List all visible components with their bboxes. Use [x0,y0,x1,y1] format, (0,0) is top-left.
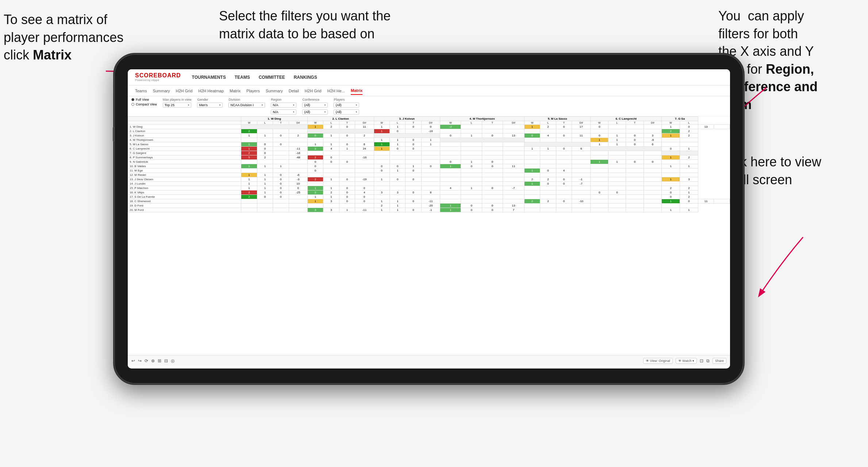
filter-compactview-label: Compact View [136,103,157,106]
subnav-summary2[interactable]: Summary [266,87,283,94]
arrow-bottomright-to-fullscreen [737,234,810,306]
row-name-mege: 11. M Ege [128,169,241,173]
table-row: 3. J Koivun 1102 0102 01013 04011 0103 1… [128,134,730,138]
col-header-mlasasso: 5. M La Sasso [524,117,591,121]
subnav-matrix-active[interactable]: Matrix [351,87,362,95]
table-row: 10. B Valdes 111 0 0010 10011 11 [128,164,730,169]
subnav-players[interactable]: Players [246,87,260,94]
row-name-gsargent: 7. G Sargent [128,151,241,155]
filter-maxplayers-select[interactable]: Top 25 [163,103,192,108]
app-header: SCOREBOARD Powered by clippd TOURNAMENTS… [128,69,730,85]
main-nav: TOURNAMENTS TEAMS COMMITTEE RANKINGS [192,73,317,81]
filter-fullview[interactable]: Full View [131,98,157,101]
cell-diag3 [374,134,440,138]
annotation-topleft-text: To see a matrix of player performances c… [4,12,123,62]
sh-l2: L [323,121,339,125]
filter-compactview[interactable]: Compact View [131,103,157,106]
filter-conference-group: Conference (All) (All) [302,98,328,115]
filter-maxplayers-group: Max players in view Top 25 [163,98,192,108]
radio-compactview-dot [131,103,134,106]
table-row: 11. M Ege 0 010 104 [128,169,730,173]
subheader-name [128,121,241,125]
nav-committee[interactable]: COMMITTEE [259,73,285,81]
col-header-gsa: 7. G Sa [662,117,698,121]
row-name-csherwood: 18. C Sherwood [128,199,241,204]
row-name-dford: 19. D Ford [128,204,241,208]
toolbar-watch[interactable]: 👁 Watch ▾ [676,358,697,364]
col-header-jkoivun: 3. J Koivun [374,117,440,121]
toolbar-collapse[interactable]: ⊟ [164,358,168,363]
filter-players-select2[interactable]: (All) [334,109,359,115]
filter-region-select2[interactable]: N/A [271,109,296,115]
nav-rankings[interactable]: RANKINGS [294,73,317,81]
sub-nav: Teams Summary H2H Grid H2H Heatmap Matri… [128,85,730,96]
toolbar-view-original[interactable]: 👁 View: Original [643,358,673,364]
sh-d4: Dif [503,121,525,125]
row-name-psummerhays: 8. P Summerhays [128,155,241,160]
table-row: 1. W Ding 12011 1100 -2 12017 0 1013 [128,125,730,129]
toolbar-add[interactable]: ⊕ [151,358,155,363]
row-name-jskov: 13. J Skov Olesen [128,177,241,182]
sh-t2: T [339,121,355,125]
tablet-screen: SCOREBOARD Powered by clippd TOURNAMENTS… [128,69,730,368]
subnav-h2h-he[interactable]: H2H He... [327,87,345,94]
toolbar-undo[interactable]: ↩ [131,358,135,363]
toolbar-screen1[interactable]: ⊡ [700,358,703,363]
sh-w1: W [241,121,257,125]
table-row: 9. N Gabrelcik 000 010 1100 [128,160,730,164]
subnav-matrix[interactable]: Matrix [230,87,241,94]
subnav-summary[interactable]: Summary [153,87,170,94]
table-row: 8. P Summerhays 52-48 20-16 12 [128,155,730,160]
table-row: 19. D Ford 21-20 10013 [128,204,730,208]
subnav-h2h-heatmap[interactable]: H2H Heatmap [198,87,224,94]
filter-view: Full View Compact View [131,98,157,106]
filter-gender-select[interactable]: Men's [197,103,223,108]
row-name-mthorb: 4. M Thorbjornsen [128,138,241,142]
toolbar-redo[interactable]: ↪ [138,358,142,363]
toolbar-target[interactable]: ◎ [171,358,174,363]
nav-tournaments[interactable]: TOURNAMENTS [192,73,226,81]
table-row: 2. L Clanton 2 10-16 22 [128,129,730,134]
annotation-topmid: Select the filters you want the matrix d… [219,7,409,43]
matrix-container: 1. W Ding 2. L Clanton 3. J Koivun 4. M … [128,116,730,355]
subnav-h2h-grid2[interactable]: H2H Grid [305,87,322,94]
toolbar-expand[interactable]: ⊞ [158,358,161,363]
filter-conference-select2[interactable]: (All) [302,109,328,115]
table-row: 7. G Sargent 20-16 [128,151,730,155]
table-row: 15. P Maichon 1100 1100 410-7 22 [128,186,730,190]
nav-teams[interactable]: TEAMS [235,73,250,81]
col-header-mthorb: 4. M Thorbjornsen [440,117,525,121]
row-name-mriedel: 12. M Riedel [128,173,241,177]
toolbar-fullscreen[interactable]: ⧉ [706,358,710,363]
subnav-h2h-grid[interactable]: H2H Grid [176,87,192,94]
sh-t3: T [406,121,421,125]
bottom-toolbar: ↩ ↪ ⟳ ⊕ ⊞ ⊟ ◎ 👁 View: Original 👁 Watch ▾… [128,355,730,366]
filter-region-label: Region [271,98,296,101]
cell-diag4 [440,138,525,142]
filter-region-group: Region N/A N/A [271,98,296,115]
sh-d2: Dif [355,121,374,125]
table-row: 5. M La Sasso 100 1106 1101 1106 [128,142,730,147]
row-name-mford: 20. M Ford [128,208,241,212]
tablet-side-button [113,127,114,142]
toolbar-share[interactable]: Share [713,358,726,364]
row-name-bvaldes: 10. B Valdes [128,164,241,169]
filter-conference-select1[interactable]: (All) [302,103,328,108]
sh-w3: W [374,121,389,125]
filter-fullview-label: Full View [136,98,149,101]
row-name-clamprecht: 6. C Lamprecht [128,147,241,151]
sh-l7: L [680,121,698,125]
filter-players-select1[interactable]: (All) [334,103,359,108]
row-name-wding: 1. W Ding [128,125,241,129]
table-row: 13. J Skov Olesen 110-3 210-19 100 220-1… [128,177,730,182]
sh-t1: T [273,121,289,125]
row-name-mlasasso: 5. M La Sasso [128,142,241,147]
filter-division-select[interactable]: NCAA Division I [228,103,265,108]
row-name-sdelafuente: 17. S De La Fuente [128,195,241,199]
col-header-clamprecht: 6. C Lamprecht [591,117,662,121]
subnav-teams[interactable]: Teams [135,87,147,94]
filter-region-select1[interactable]: N/A [271,103,296,108]
toolbar-refresh[interactable]: ⟳ [145,358,148,363]
sh-d5: Dif [572,121,591,125]
subnav-detail[interactable]: Detail [289,87,299,94]
